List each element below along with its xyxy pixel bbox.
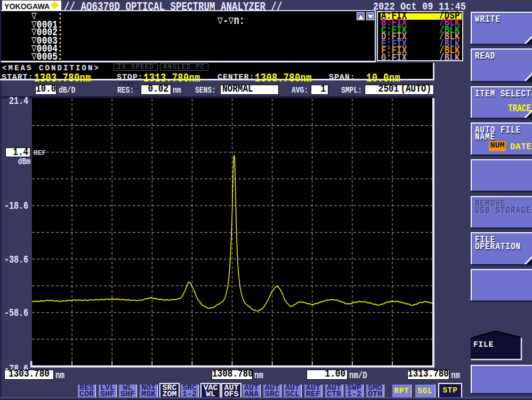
svg-text:FILE: FILE [473, 340, 494, 349]
svg-text:REF: REF [34, 149, 46, 157]
